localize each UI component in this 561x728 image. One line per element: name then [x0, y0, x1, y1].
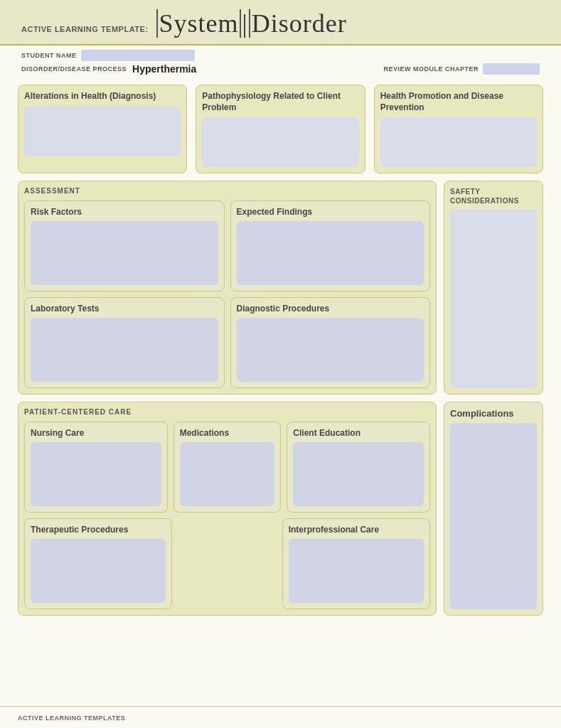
medications-spacer	[178, 518, 276, 609]
pcc-top-row: Nursing Care Medications Client Educatio…	[24, 422, 430, 513]
complications-section: Complications	[444, 402, 543, 616]
therapeutic-procedures-content[interactable]	[31, 539, 166, 603]
pathophysiology-title: Pathophysiology Related to Client Proble…	[202, 91, 358, 113]
laboratory-tests-content[interactable]	[31, 318, 218, 382]
laboratory-tests-box: Laboratory Tests	[24, 297, 225, 388]
client-education-box: Client Education	[287, 422, 430, 513]
pathophysiology-box: Pathophysiology Related to Client Proble…	[196, 85, 365, 173]
header: ACTIVE LEARNING TEMPLATE: System|Disorde…	[0, 0, 561, 46]
health-promotion-content[interactable]	[380, 117, 537, 167]
interprofessional-care-title: Interprofessional Care	[289, 525, 424, 535]
interprofessional-care-content[interactable]	[289, 539, 424, 603]
health-promotion-box: Health Promotion and Disease Prevention	[374, 85, 543, 173]
interprofessional-care-box: Interprofessional Care	[282, 518, 430, 609]
template-label: ACTIVE LEARNING TEMPLATE:	[21, 25, 149, 33]
risk-factors-title: Risk Factors	[31, 207, 218, 217]
review-field[interactable]	[483, 63, 540, 75]
assessment-safety-row: ASSESSMENT Risk Factors Expected Finding…	[18, 181, 543, 395]
health-promotion-title: Health Promotion and Disease Prevention	[380, 91, 537, 113]
client-education-content[interactable]	[293, 442, 424, 506]
pathophysiology-content[interactable]	[202, 117, 358, 167]
alterations-box: Alterations in Health (Diagnosis)	[18, 85, 187, 173]
pcc-bottom-row: Therapeutic Procedures Interprofessional…	[24, 518, 430, 609]
diagnostic-procedures-content[interactable]	[237, 318, 424, 382]
safety-title: SAFETY CONSIDERATIONS	[450, 187, 537, 205]
medications-content[interactable]	[180, 442, 275, 506]
laboratory-tests-title: Laboratory Tests	[31, 304, 218, 314]
student-name-field[interactable]	[81, 50, 195, 61]
expected-findings-title: Expected Findings	[237, 207, 424, 217]
safety-section: SAFETY CONSIDERATIONS	[444, 181, 543, 395]
disorder-row: DISORDER/DISEASE PROCESS Hyperthermia RE…	[21, 63, 540, 75]
risk-factors-box: Risk Factors	[24, 200, 225, 291]
assessment-section: ASSESSMENT Risk Factors Expected Finding…	[18, 181, 437, 395]
complications-title: Complications	[450, 408, 537, 419]
pcc-section-label: PATIENT-CENTERED CARE	[24, 408, 430, 416]
review-label: REVIEW MODULE CHAPTER	[383, 65, 479, 73]
alterations-title: Alterations in Health (Diagnosis)	[24, 91, 181, 102]
student-info-area: STUDENT NAME DISORDER/DISEASE PROCESS Hy…	[0, 46, 561, 77]
title-part1: System	[156, 9, 239, 38]
pcc-complications-row: PATIENT-CENTERED CARE Nursing Care Medic…	[18, 402, 543, 616]
page-title: System|Disorder	[156, 9, 347, 38]
footer: ACTIVE LEARNING TEMPLATES	[0, 706, 561, 728]
student-name-label: STUDENT NAME	[21, 52, 77, 59]
therapeutic-procedures-title: Therapeutic Procedures	[31, 525, 166, 535]
top-boxes-row: Alterations in Health (Diagnosis) Pathop…	[18, 85, 543, 173]
footer-text: ACTIVE LEARNING TEMPLATES	[18, 714, 125, 722]
title-part2: Disorder	[249, 9, 347, 38]
expected-findings-box: Expected Findings	[230, 200, 431, 291]
medications-box: Medications	[173, 422, 282, 513]
therapeutic-procedures-box: Therapeutic Procedures	[24, 518, 172, 609]
assessment-section-label: ASSESSMENT	[24, 187, 430, 195]
nursing-care-box: Nursing Care	[24, 422, 168, 513]
nursing-care-content[interactable]	[31, 442, 161, 506]
disorder-value: Hyperthermia	[132, 63, 196, 75]
safety-content[interactable]	[450, 210, 537, 388]
nursing-care-title: Nursing Care	[31, 428, 161, 438]
assessment-grid: Risk Factors Expected Findings Laborator…	[24, 200, 430, 388]
expected-findings-content[interactable]	[237, 221, 424, 285]
medications-title: Medications	[180, 428, 275, 438]
complications-content[interactable]	[450, 423, 537, 609]
pcc-section: PATIENT-CENTERED CARE Nursing Care Medic…	[18, 402, 437, 616]
student-name-row: STUDENT NAME	[21, 50, 540, 61]
alterations-content[interactable]	[24, 107, 181, 156]
diagnostic-procedures-title: Diagnostic Procedures	[237, 304, 424, 314]
page: ACTIVE LEARNING TEMPLATE: System|Disorde…	[0, 0, 561, 728]
disorder-label: DISORDER/DISEASE PROCESS	[21, 65, 127, 73]
main-content: Alterations in Health (Diagnosis) Pathop…	[0, 77, 561, 706]
risk-factors-content[interactable]	[31, 221, 218, 285]
diagnostic-procedures-box: Diagnostic Procedures	[230, 297, 431, 388]
title-separator: |	[240, 9, 248, 38]
client-education-title: Client Education	[293, 428, 424, 438]
